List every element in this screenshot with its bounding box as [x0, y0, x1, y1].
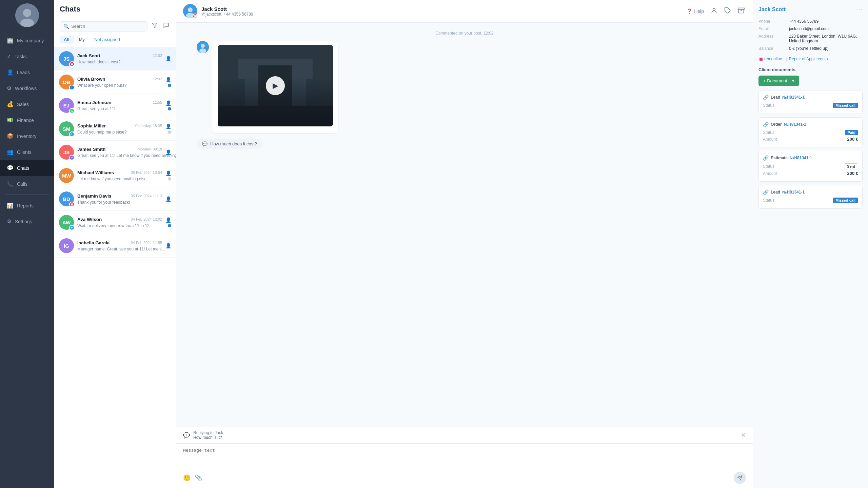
status-label: Status [763, 198, 774, 203]
user-avatar[interactable] [15, 3, 39, 27]
lead-icon: 🔗 [763, 95, 769, 100]
chat-item-olivia-brown[interactable]: OB f Olivia Brown 12:02 What are your op… [54, 70, 176, 94]
chat-item-ava-wilson[interactable]: AW ✈ Ava Wilson 04 Feb 2024 12:02 Wait f… [54, 211, 176, 234]
message-input[interactable] [183, 448, 746, 468]
sidebar-item-calls[interactable]: 📞 Calls [0, 176, 54, 192]
msg-bubble-video: ▶ [212, 41, 338, 133]
contact-link-repair[interactable]: f Repair of Apple equip... [786, 56, 831, 62]
sidebar-label-my-company: My company [17, 38, 44, 43]
settings-icon: ⚙ [7, 218, 12, 225]
chat-avatar-ava-wilson: AW ✈ [59, 215, 74, 230]
tab-my[interactable]: My [75, 36, 89, 43]
leads-icon: 👤 [7, 69, 14, 76]
workflows-icon: ⚙ [7, 85, 12, 92]
amount-label: Amount [763, 137, 777, 142]
attachment-icon[interactable]: 📎 [195, 474, 202, 482]
chat-avatar-michael-williams: MW [59, 168, 74, 183]
doc-number[interactable]: №H81341-1 [784, 122, 806, 127]
svg-point-12 [201, 44, 205, 48]
sidebar-item-inventory[interactable]: 📦 Inventory [0, 128, 54, 144]
unread-dot [168, 84, 171, 87]
msg-bubble-wrap-incoming: ▶ [197, 41, 732, 133]
chat-item-sophia-miller[interactable]: SM ✈ Sophia Miller Yesterday, 18:35 Coul… [54, 117, 176, 141]
emoji-icon[interactable]: 🙂 [183, 474, 191, 482]
doc-type: Lead [771, 190, 780, 195]
contact-menu-button[interactable]: ⋯ [856, 5, 863, 14]
sales-icon: 💰 [7, 101, 14, 107]
address-label: Address [758, 34, 789, 43]
reply-quoted-text: How much is it? [193, 435, 223, 440]
sidebar-item-leads[interactable]: 👤 Leads [0, 64, 54, 80]
sidebar-divider [5, 195, 49, 195]
lead-icon-2: 🔗 [763, 189, 769, 195]
chat-item-benjamin-davis[interactable]: BD ▣ Benjamin Davis 05 Feb 2024 11:13 Th… [54, 187, 176, 211]
social-badge-facebook: f [69, 85, 75, 90]
new-chat-button[interactable] [162, 21, 171, 32]
archive-button[interactable] [736, 6, 746, 17]
video-overlay: ▶ [218, 45, 333, 126]
contact-profile-button[interactable] [709, 6, 719, 17]
chat-preview: What are your open hours? [77, 83, 126, 88]
reply-to-label: Replying to Jack [193, 430, 223, 435]
sidebar-item-reports[interactable]: 📊 Reports [0, 198, 54, 214]
play-button[interactable]: ▶ [266, 76, 285, 95]
chat-preview: Great, see you at 11! [77, 106, 115, 111]
email-label: Email [758, 26, 789, 31]
close-reply-button[interactable]: ✕ [741, 431, 746, 439]
tab-not-assigned[interactable]: Not assigned [90, 36, 124, 43]
status-label: Status [763, 164, 774, 169]
contact-info: Phone +44 4356 56789 Email jack.scott@gm… [758, 19, 863, 51]
sidebar-label-clients: Clients [17, 149, 32, 155]
assign-icon: 👤 [165, 56, 171, 61]
chat-header-name: Jack Scott [201, 6, 253, 12]
chat-avatar-sophia-miller: SM ✈ [59, 121, 74, 136]
sidebar-item-chats[interactable]: 💬 Chats [0, 160, 54, 176]
msg-input-area: 🙂 📎 [176, 443, 753, 488]
search-input[interactable] [71, 24, 144, 29]
read-dot [168, 177, 171, 181]
video-thumbnail[interactable]: ▶ [218, 45, 333, 126]
send-button[interactable] [734, 472, 746, 484]
sidebar-item-tasks[interactable]: ✓ Tasks [0, 48, 54, 64]
phone-value: +44 4356 56789 [789, 19, 818, 24]
doc-number[interactable]: №H81341-1 [782, 190, 805, 195]
search-box[interactable]: 🔍 [60, 21, 147, 32]
chat-avatar-james-smith: JS V [59, 145, 74, 160]
chat-item-james-smith[interactable]: JS V James Smith Monday, 09:18 Great, se… [54, 141, 176, 164]
amount-label: Amount [763, 171, 777, 176]
doc-number[interactable]: №H81341-1 [790, 156, 812, 160]
chat-item-emma-johnson[interactable]: EJ W Emma Johnson 11:55 Great, see you a… [54, 94, 176, 117]
sidebar-label-finance: Finance [17, 118, 34, 123]
input-action-icons: 🙂 📎 [183, 474, 202, 482]
tab-all[interactable]: All [60, 36, 74, 43]
sidebar-item-workflows[interactable]: ⚙ Workflows [0, 80, 54, 96]
sidebar-item-finance[interactable]: 💵 Finance [0, 112, 54, 128]
chat-name: Ava Wilson [77, 217, 102, 222]
contact-link-remonline[interactable]: ▣ remonline [758, 56, 782, 62]
chat-item-michael-williams[interactable]: MW Michael Williams 05 Feb 2024 13:54 Le… [54, 164, 176, 187]
contact-row-phone: Phone +44 4356 56789 [758, 19, 863, 24]
company-icon: 🏢 [7, 37, 14, 44]
phone-label: Phone [758, 19, 789, 24]
social-badge-whatsapp: W [69, 108, 75, 114]
help-button[interactable]: ❓ Help [686, 8, 704, 14]
status-badge: Missed call [833, 198, 858, 203]
chat-item-isabella-garcia[interactable]: IG Isabella Garcia 04 Feb 2024 11:55 Man… [54, 234, 176, 258]
facebook-icon-small: f [786, 56, 788, 62]
help-label: Help [694, 8, 704, 14]
sidebar-item-clients[interactable]: 👥 Clients [0, 144, 54, 160]
chat-item-jack-scott[interactable]: JS ▣ Jack Scott 12:02 How much does it c… [54, 47, 176, 70]
filter-button[interactable] [150, 21, 159, 32]
add-document-button[interactable]: + Document ▾ [758, 76, 799, 86]
sidebar-item-sales[interactable]: 💰 Sales [0, 96, 54, 112]
unread-dot [168, 107, 171, 110]
question-bubble: 💬 How much does it cost? [197, 139, 262, 149]
chat-time: 11:55 [153, 100, 162, 104]
doc-number[interactable]: №H81341-1 [782, 95, 805, 100]
msg-input-actions: 🙂 📎 [183, 472, 746, 484]
tag-button[interactable] [723, 6, 732, 17]
sidebar-item-settings[interactable]: ⚙ Settings [0, 214, 54, 229]
status-badge: Missed call [833, 103, 858, 108]
sidebar-item-my-company[interactable]: 🏢 My company [0, 33, 54, 48]
page-title: Chats [54, 0, 176, 16]
